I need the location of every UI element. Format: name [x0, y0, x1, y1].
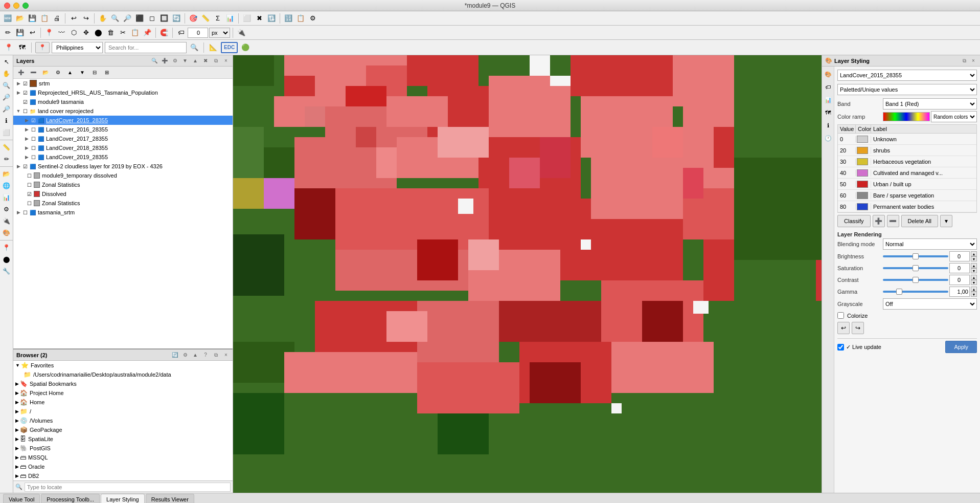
new-btn[interactable]: 🆕: [2, 13, 13, 24]
qgis-logo-btn[interactable]: 🟢: [240, 42, 251, 53]
brightness-down[interactable]: ▼: [971, 256, 977, 261]
colorize-checkbox[interactable]: [837, 312, 844, 319]
browser-item-root[interactable]: ▶ 📁 /: [13, 407, 233, 416]
contrast-slider[interactable]: [883, 276, 948, 284]
zoom-out-btn[interactable]: 🔎: [122, 13, 133, 24]
color-20[interactable]: [856, 147, 871, 154]
styling-icon-history[interactable]: 🕐: [823, 133, 834, 144]
more-options-btn[interactable]: ▾: [940, 215, 952, 227]
identify-tool[interactable]: ℹ: [1, 115, 12, 126]
node-tool-btn[interactable]: ⬤: [93, 27, 104, 38]
move-down-btn[interactable]: ▼: [77, 68, 88, 78]
zoom-out-tool[interactable]: 🔎: [1, 103, 12, 115]
styling-close-btn[interactable]: ×: [970, 57, 977, 64]
attr-table-btn[interactable]: 📋: [295, 13, 306, 24]
layer-item-zonal2[interactable]: ▶ ☐ Zonal Statistics: [13, 199, 233, 208]
redo-style-btn[interactable]: ↪: [852, 322, 864, 334]
layers-collapse-btn[interactable]: ▲: [192, 57, 199, 64]
browser-filter-btn[interactable]: ⚙: [181, 352, 189, 359]
layers-float-btn[interactable]: ⧉: [212, 57, 219, 64]
styling-icon-diagram[interactable]: 📊: [823, 94, 834, 105]
zoom-in-tool[interactable]: 🔎: [1, 92, 12, 103]
contrast-down[interactable]: ▼: [971, 280, 977, 285]
digitize-poly-btn[interactable]: ⬡: [68, 27, 79, 38]
type-to-locate-input[interactable]: Type to locate: [25, 483, 231, 492]
digitize-line-btn[interactable]: 〰: [56, 27, 67, 38]
styling-float-btn[interactable]: ⧉: [961, 57, 968, 64]
field-calc-btn[interactable]: 🔢: [283, 13, 294, 24]
browser-item-projecthome[interactable]: ▶ 🏠 Project Home: [13, 388, 233, 398]
location-btn[interactable]: 📍: [35, 42, 50, 53]
gamma-up[interactable]: ▲: [971, 287, 977, 292]
color-30[interactable]: [856, 158, 871, 165]
layers-expand-btn[interactable]: ▼: [181, 57, 189, 64]
digitize-point-btn[interactable]: 📍: [43, 27, 55, 38]
move-feat-btn[interactable]: ✥: [80, 27, 92, 38]
layer-item-lc2018[interactable]: ▶ ☐ 🟦 LandCover_2018_28355: [13, 143, 233, 152]
plugin-tool[interactable]: 🔌: [1, 215, 12, 227]
brightness-input[interactable]: 0: [949, 251, 970, 261]
zoom-in-btn[interactable]: 🔍: [109, 13, 121, 24]
classify-btn[interactable]: Classify: [837, 215, 871, 227]
browser-item-bookmarks[interactable]: ▶ 🔖 Spatial Bookmarks: [13, 379, 233, 388]
px-unit-select[interactable]: px mm: [209, 28, 230, 38]
contrast-thumb[interactable]: [913, 277, 919, 283]
add-layer-btn[interactable]: ➕: [15, 68, 27, 78]
layer-item-tasmania-srtm[interactable]: ▶ ☐ 🟦 tasmania_srtm: [13, 208, 233, 217]
save-btn[interactable]: 💾: [27, 13, 38, 24]
layer-item-srtm[interactable]: ▶ ☑ srtm: [13, 79, 233, 88]
undo-btn[interactable]: ↩: [68, 13, 79, 24]
maximize-button[interactable]: [22, 3, 29, 9]
open-btn[interactable]: 📂: [14, 13, 26, 24]
styling-icon-palette[interactable]: 🎨: [823, 69, 834, 80]
apply-btn[interactable]: Apply: [945, 341, 977, 353]
undo-style-btn[interactable]: ↩: [837, 322, 850, 334]
paste-btn[interactable]: 📌: [142, 27, 153, 38]
brightness-slider[interactable]: [883, 252, 948, 260]
measure-tool[interactable]: 📏: [1, 142, 12, 153]
saturation-thumb[interactable]: [913, 265, 919, 271]
layer-item-reproj[interactable]: ▶ ☑ 🟦 Reprojected_HRSL_AUS_Tasmania_Popu…: [13, 88, 233, 97]
styling-icon-label[interactable]: 🏷: [823, 81, 834, 93]
styling-icon-info[interactable]: ℹ: [823, 120, 834, 131]
invert-sel-btn[interactable]: 🔃: [266, 13, 277, 24]
map-canvas[interactable]: [233, 55, 822, 493]
processing-tool[interactable]: ⚙: [1, 204, 12, 215]
processing-btn[interactable]: ⚙: [307, 13, 318, 24]
browser-refresh-btn[interactable]: 🔄: [171, 352, 178, 359]
pan-btn[interactable]: ✋: [97, 13, 108, 24]
color-60[interactable]: [856, 192, 871, 199]
tab-value-tool[interactable]: Value Tool: [3, 494, 40, 503]
add-class-btn[interactable]: ➕: [873, 215, 885, 227]
layers-panel-toggle[interactable]: 📂: [1, 168, 12, 180]
stats-btn[interactable]: Σ: [212, 13, 223, 24]
browser-item-mssql[interactable]: ▶ 🗃 MSSQL: [13, 453, 233, 462]
contrast-input[interactable]: 0: [949, 275, 970, 285]
saturation-up[interactable]: ▲: [971, 263, 977, 268]
browser-close-btn[interactable]: ×: [222, 352, 230, 359]
layers-add-btn[interactable]: ➕: [161, 57, 168, 64]
browser-item-db2[interactable]: ▶ 🗃 DB2: [13, 471, 233, 480]
search-input[interactable]: Search for...: [105, 42, 187, 53]
color-ramp-preview[interactable]: [883, 112, 930, 121]
browser-item-geopackage[interactable]: ▶ 📦 GeoPackage: [13, 425, 233, 434]
delete-feat-btn[interactable]: 🗑: [105, 27, 116, 38]
expand-icon-landcover[interactable]: ▼: [15, 108, 21, 114]
browser-item-spatialite[interactable]: ▶ 🗄 SpatiaLite: [13, 434, 233, 444]
chart-btn[interactable]: 📊: [224, 13, 236, 24]
refresh-btn[interactable]: 🔄: [171, 13, 182, 24]
print-btn[interactable]: 🖨: [51, 13, 62, 24]
select-tool[interactable]: ⬜: [1, 127, 12, 138]
tab-processing-toolb[interactable]: Processing Toolb...: [41, 494, 100, 503]
measure-btn[interactable]: 📏: [200, 13, 211, 24]
browser-panel-toggle[interactable]: 🌐: [1, 180, 12, 191]
tab-layer-styling[interactable]: Layer Styling: [101, 494, 145, 503]
style-tool[interactable]: 🎨: [1, 227, 12, 238]
filter-layer-btn[interactable]: ⚙: [52, 68, 63, 78]
minimize-button[interactable]: [13, 3, 19, 9]
edit-btn[interactable]: ✏: [2, 27, 13, 38]
zoom-selection-btn[interactable]: 🔲: [158, 13, 170, 24]
open-layer-btn[interactable]: 📂: [40, 68, 51, 78]
delete-all-btn[interactable]: Delete All: [901, 215, 938, 227]
location-select[interactable]: Philippines Australia: [52, 42, 103, 53]
